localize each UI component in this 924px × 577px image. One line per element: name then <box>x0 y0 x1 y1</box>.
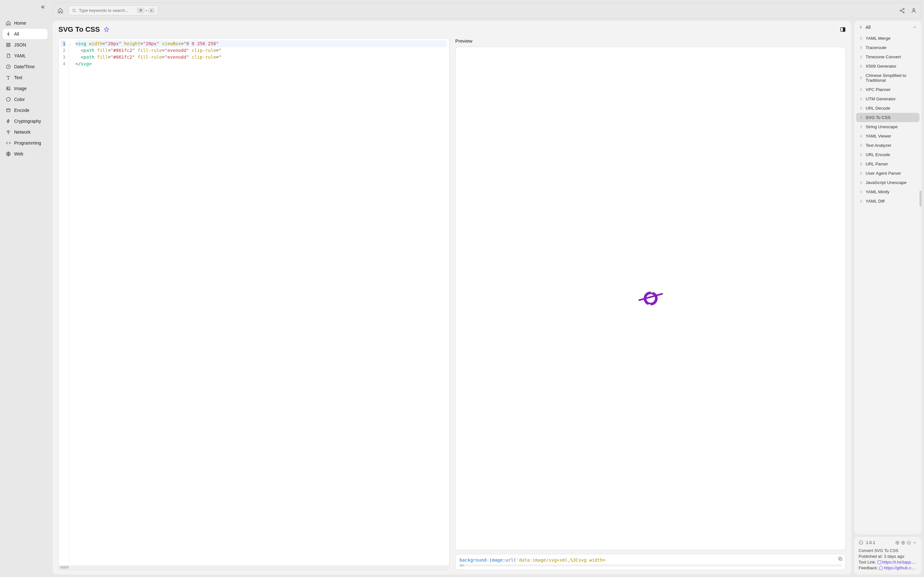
tool-item-chinese-simplified-to-traditional[interactable]: Chinese Simplified to Traditional <box>856 71 919 85</box>
sidebar-item-label: Programming <box>14 140 41 145</box>
tool-item-x-generator[interactable]: X509 Generator <box>856 61 919 71</box>
pin-icon <box>859 134 863 138</box>
version-text: 1.0.1 <box>866 540 875 545</box>
sidebar-item-image[interactable]: Image <box>3 83 47 93</box>
wifi-icon <box>6 129 11 135</box>
tool-item-url-decode[interactable]: URL Decode <box>856 103 919 113</box>
search-input[interactable] <box>79 8 134 13</box>
svg-rect-3 <box>9 45 10 47</box>
tool-item-text-analyzer[interactable]: Text Analyzer <box>856 141 919 150</box>
tool-item-label: SVG To CSS <box>866 115 891 120</box>
code-lines[interactable]: <svg width="20px" height="20px" viewBox=… <box>73 39 449 565</box>
bolt-icon <box>6 119 11 124</box>
sidebar-item-network[interactable]: Network <box>3 127 47 137</box>
sidebar-item-home[interactable]: Home <box>3 18 47 28</box>
svg-point-25 <box>907 541 911 544</box>
svg-point-11 <box>73 9 75 11</box>
tool-item-yaml-minify[interactable]: YAML Minify <box>856 187 919 197</box>
tool-item-svg-to-css[interactable]: SVG To CSS <box>856 113 919 122</box>
search-box[interactable]: ⌘ + K <box>68 5 158 15</box>
sidebar-item-label: JSON <box>14 42 26 47</box>
tool-item-label: YAML Minify <box>866 189 889 194</box>
collapse-sidebar-button[interactable] <box>40 5 45 10</box>
sidebar-item-all[interactable]: All <box>3 29 47 39</box>
pin-icon <box>859 199 863 203</box>
tool-item-vpc-planner[interactable]: VPC Planner <box>856 85 919 94</box>
sidebar-item-programming[interactable]: Programming <box>3 138 47 148</box>
sidebar-item-encode[interactable]: Encode <box>3 105 47 115</box>
pin-icon <box>859 143 863 147</box>
globe-icon[interactable] <box>895 540 900 545</box>
encode-icon <box>6 108 11 113</box>
color-icon <box>6 97 11 102</box>
page-title: SVG To CSS <box>58 25 100 34</box>
clock-icon <box>6 64 11 69</box>
preview-box <box>455 47 846 550</box>
search-icon <box>72 8 76 13</box>
globe-icon-2[interactable] <box>901 540 905 545</box>
tool-item-javascript-unescape[interactable]: JavaScript Unescape <box>856 178 919 187</box>
info-tool-link[interactable]: Tool Link: https://t.he3app.co… <box>859 560 917 564</box>
svg-point-9 <box>8 133 8 134</box>
sidebar-item-date-time[interactable]: Date/Time <box>3 61 47 72</box>
sidebar-item-cryptography[interactable]: Cryptography <box>3 116 47 126</box>
sidebar-item-json[interactable]: JSON <box>3 40 47 50</box>
tool-item-user-agent-parser[interactable]: User Agent Parser <box>856 169 919 178</box>
tool-item-yaml-diff[interactable]: YAML Diff <box>856 197 919 206</box>
image-icon <box>6 86 11 91</box>
user-icon[interactable] <box>911 8 917 13</box>
tool-item-label: VPC Planner <box>866 87 891 92</box>
sidebar-item-label: Image <box>14 86 27 91</box>
editor-gutter: 1234 <box>59 39 69 565</box>
pin-icon <box>859 153 863 157</box>
tools-panel-scrollbar[interactable] <box>919 191 921 207</box>
home-button[interactable] <box>57 7 64 14</box>
svg-point-15 <box>913 9 915 11</box>
info-feedback-link[interactable]: Feedback: https://github.com/… <box>859 566 917 570</box>
tool-item-yaml-merge[interactable]: YAML Merge <box>856 34 919 43</box>
tool-item-label: Timezone Convert <box>866 55 901 59</box>
svg-rect-20 <box>839 558 842 560</box>
fold-column[interactable]: ⌄ <box>69 39 73 565</box>
copy-output-button[interactable] <box>838 556 843 561</box>
tool-item-url-encode[interactable]: URL Encode <box>856 150 919 159</box>
tool-item-string-unescape[interactable]: String Unescape <box>856 122 919 131</box>
sidebar-item-label: Network <box>14 129 31 135</box>
tool-item-label: URL Encode <box>866 152 890 157</box>
code-icon <box>6 140 11 145</box>
pin-icon <box>859 171 863 175</box>
css-output-code[interactable]: background-image:url('data:image/svg+xml… <box>459 558 842 562</box>
tools-panel-header[interactable]: All <box>854 21 921 34</box>
expand-chevron-icon[interactable] <box>913 540 917 545</box>
pin-icon <box>859 181 863 185</box>
pin-icon <box>859 116 863 119</box>
sidebar-item-color[interactable]: Color <box>3 94 47 105</box>
svg-rect-1 <box>9 43 10 45</box>
share-icon[interactable] <box>899 8 905 13</box>
tool-item-traceroute[interactable]: Traceroute <box>856 43 919 52</box>
tool-item-label: String Unescape <box>866 124 898 129</box>
sidebar-item-text[interactable]: Text <box>3 73 47 83</box>
svg-rect-18 <box>650 290 653 293</box>
check-circle-icon[interactable] <box>907 540 911 545</box>
sidebar-item-web[interactable]: Web <box>3 149 47 159</box>
favorite-star-icon[interactable] <box>103 27 110 32</box>
pin-icon <box>859 46 863 50</box>
code-editor[interactable]: 1234 ⌄ <svg width="20px" height="20px" v… <box>58 38 449 570</box>
tool-item-label: UTM Generator <box>866 97 896 101</box>
tool-item-url-parser[interactable]: URL Parser <box>856 159 919 169</box>
pin-icon <box>859 97 863 101</box>
globe-icon <box>6 151 11 156</box>
pin-icon <box>859 25 863 29</box>
tool-item-timezone-convert[interactable]: Timezone Convert <box>856 52 919 61</box>
svg-rect-19 <box>648 304 651 307</box>
sidebar-item-label: YAML <box>14 53 26 58</box>
sidebar-item-yaml[interactable]: YAML <box>3 51 47 61</box>
editor-horizontal-scrollbar[interactable] <box>59 565 449 570</box>
tool-item-yaml-viewer[interactable]: YAML Viewer <box>856 131 919 141</box>
tool-item-utm-generator[interactable]: UTM Generator <box>856 94 919 103</box>
main: ⌘ + K SVG To CSS <box>50 0 924 577</box>
sidebar-item-label: Encode <box>14 108 29 113</box>
toggle-panel-icon[interactable] <box>840 27 846 32</box>
output-horizontal-scrollbar[interactable] <box>459 564 842 566</box>
